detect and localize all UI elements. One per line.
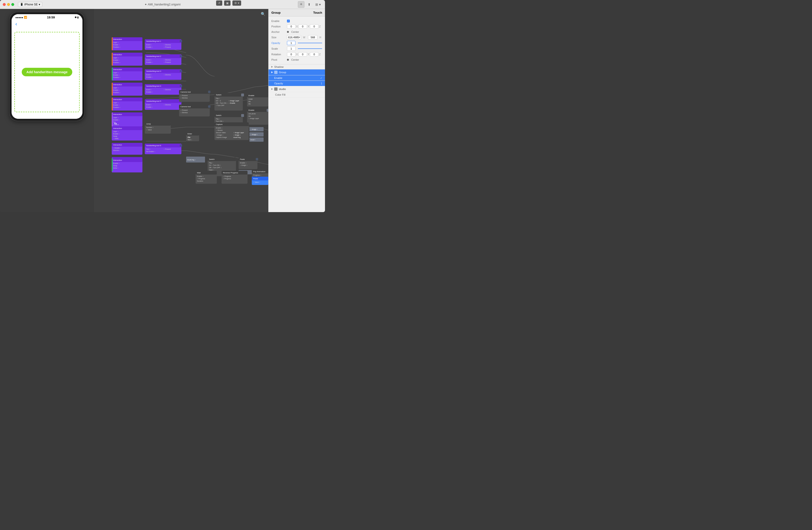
node-paste-bottom[interactable]: Paste ○ Value ○ (252, 177, 268, 185)
layer-enable-item[interactable]: Enable ✓ (269, 75, 325, 81)
y-label: Y (308, 25, 309, 28)
node-interaction-10[interactable]: Interaction Enable ○ Swap Delta ○ (112, 158, 142, 171)
shadow-triangle-icon (271, 66, 273, 68)
svg-text:Interaction: Interaction (113, 54, 122, 56)
node-zoom[interactable]: Jump Number ○ ○ Value (145, 122, 171, 134)
node-enable-1[interactable]: Enable rotate Aa Aa (247, 94, 268, 106)
opacity-slider[interactable] (298, 43, 322, 43)
svg-text:Layer ○: Layer ○ (113, 102, 119, 104)
node-enable-2[interactable]: Enable see photo Aa ○ image Layer (247, 108, 268, 125)
rotation-row: Rotation X Y Z (269, 52, 325, 57)
record-button[interactable]: ▣ (224, 0, 231, 6)
svg-text:Aa Enable ○: Aa Enable ○ (146, 151, 155, 152)
layer-group-item[interactable]: Group (269, 69, 325, 75)
scale-input[interactable] (287, 46, 295, 51)
position-x-input[interactable] (287, 24, 295, 29)
shadow-header[interactable]: Shadow (271, 66, 322, 68)
status-time: 19:59 (47, 16, 55, 19)
svg-text:Enable ○: Enable ○ (146, 46, 153, 48)
position-y-input[interactable] (299, 24, 307, 29)
svg-text:Flip ○: Flip ○ (216, 118, 220, 120)
settings-button[interactable]: ⚙ ▾ (232, 0, 241, 6)
svg-text:handwriting-tool 1: handwriting-tool 1 (146, 40, 161, 42)
svg-text:○ Dismiss: ○ Dismiss (164, 44, 171, 46)
node-switch-1[interactable]: Switch Flip ○ On ○ 2 Off ○ Turn ON ○ ○ T… (215, 93, 244, 111)
size-w-input[interactable] (287, 35, 301, 40)
svg-text:○ image Layer: ○ image Layer (229, 100, 239, 102)
shadow-section: Shadow (269, 65, 325, 69)
enable-checkbox[interactable]: ✓ (287, 19, 290, 23)
svg-text:○ image Layer: ○ image Layer (248, 118, 259, 119)
node-wait[interactable]: Wait Enable ○ ○ Progress Duration (195, 171, 217, 184)
traffic-lights (3, 3, 14, 6)
svg-text:Camera tool: Camera tool (180, 105, 191, 108)
svg-text:Enable ○: Enable ○ (113, 59, 120, 61)
opacity-input[interactable] (287, 41, 295, 45)
node-reverse-progress[interactable]: Reverse Progress ○ Progress ○ Progress (221, 171, 247, 184)
svg-text:Aa: Aa (248, 103, 250, 105)
svg-rect-127 (267, 109, 268, 112)
node-handwriting-1[interactable]: handwriting-tool 1 Event ○ ○ Dismiss Ena… (145, 39, 182, 50)
svg-rect-193 (256, 158, 258, 160)
node-handwriting-4[interactable]: handwriting-tool 4 Event ○ ○ Dismiss Ena… (145, 84, 182, 95)
svg-text:Layer ○: Layer ○ (113, 57, 119, 59)
svg-text:Turn ON ○: Turn ON ○ (216, 120, 224, 122)
node-paste[interactable]: Paste Enable ○ ○ Image ○ (238, 157, 258, 169)
node-handwriting-6[interactable]: handwriting-tool 6 Text ○ ○ Present Aa E… (145, 144, 182, 154)
node-interaction-5[interactable]: Interaction Layer ○ Enable ○ Position ○ (112, 98, 142, 111)
pivot-row: Pivot Center (269, 57, 325, 62)
node-camera-2[interactable]: Camera tool ○ Present ○ Dismiss (179, 105, 211, 116)
layer-studio-item[interactable]: studio (269, 86, 325, 92)
node-interaction-7[interactable]: Interaction Layer ○ Enable ○ Swap ○ Delt… (112, 126, 142, 141)
node-image-small-2[interactable]: ○ Image ○ (249, 132, 264, 137)
node-text-aa[interactable]: Enter Aa Text ○ (186, 132, 199, 141)
size-h-input[interactable] (308, 35, 317, 40)
svg-text:result ○: result ○ (250, 139, 256, 141)
layer-opacity-item[interactable]: Opacity 1 (269, 81, 325, 86)
status-right: ✱ ▮ (75, 16, 79, 19)
svg-text:Camera tool: Camera tool (180, 91, 191, 93)
simulator-panel: ●●●●● 📶 19:59 ✱ ▮ ‹ Add handwri (0, 9, 94, 212)
add-handwritten-message-button[interactable]: Add handwritten message (22, 68, 72, 76)
rotation-x-input[interactable] (287, 52, 295, 56)
layer-opacity-val: 1 (321, 82, 322, 85)
node-interaction-3[interactable]: Interaction Layer ○ Enable ○ Position ○ (112, 68, 142, 81)
svg-text:handwriting-tool 5: handwriting-tool 5 (146, 100, 161, 102)
layer-color-fill-item[interactable]: Color Fill (269, 92, 325, 98)
svg-text:Swap: Swap (113, 165, 117, 167)
node-camera[interactable]: Camera tool ○ Present ○ Dismiss (179, 90, 211, 102)
file-icon: ✦ (145, 3, 147, 6)
maximize-button[interactable] (11, 3, 14, 6)
scale-slider[interactable] (298, 48, 322, 49)
close-button[interactable] (3, 3, 6, 6)
anchor-label: Anchor (271, 30, 286, 33)
position-z-input[interactable] (310, 24, 318, 29)
canvas-area[interactable]: 🔍 (94, 9, 268, 212)
node-interaction-8[interactable]: Interaction ○ Enable ○ Dismiss ○ (112, 143, 142, 155)
svg-text:○ Progress: ○ Progress (223, 178, 231, 180)
node-image-small-1[interactable]: ○ Image ○ (249, 127, 264, 131)
back-button[interactable]: ‹ (15, 21, 17, 27)
node-interaction-6[interactable]: Interaction Layer ○ Enable ○ Tap ○ Force… (112, 112, 142, 127)
node-interaction-1[interactable]: Interaction Layer ○ Enable ○ Position ○ (112, 37, 142, 50)
device-selector[interactable]: 📱 iPhone SE ▾ (18, 2, 42, 7)
rotation-z-input[interactable] (310, 52, 318, 56)
rotation-y-input[interactable] (299, 52, 307, 56)
anchor-center: Center (291, 30, 299, 33)
node-handwriting-3[interactable]: handwriting-tool 3 Event ○ ○ Dismiss Ena… (145, 69, 182, 80)
node-handwriting-2[interactable]: handwriting-tool 2 Event ○ ○ Dismiss Ena… (145, 54, 182, 65)
node-interaction-2[interactable]: Interaction Layer ○ Enable ○ Position ○ (112, 53, 142, 66)
node-capture[interactable]: Capture Enable ○ ○ Stream Secure Video ○… (215, 122, 249, 140)
refresh-button[interactable]: ↺ (216, 0, 222, 6)
svg-text:Position ○: Position ○ (113, 106, 120, 108)
svg-text:Enable ○: Enable ○ (113, 162, 120, 164)
svg-text:Enable: Enable (248, 109, 255, 111)
node-handwriting-5[interactable]: handwriting-tool 5 Event ○ ○ Dismiss Ena… (145, 99, 182, 110)
node-image-small-3[interactable]: result ○ (249, 138, 264, 142)
node-interaction-4[interactable]: Interaction Layer ○ Enable ○ Position ○ (112, 83, 142, 96)
minimize-button[interactable] (7, 3, 10, 6)
svg-text:On ○  2: On ○ 2 (216, 100, 221, 102)
svg-text:○ Value ○: ○ Value ○ (253, 182, 260, 183)
size-row: Size W H (269, 34, 325, 40)
node-result-img[interactable]: result-img ○ (186, 157, 205, 162)
